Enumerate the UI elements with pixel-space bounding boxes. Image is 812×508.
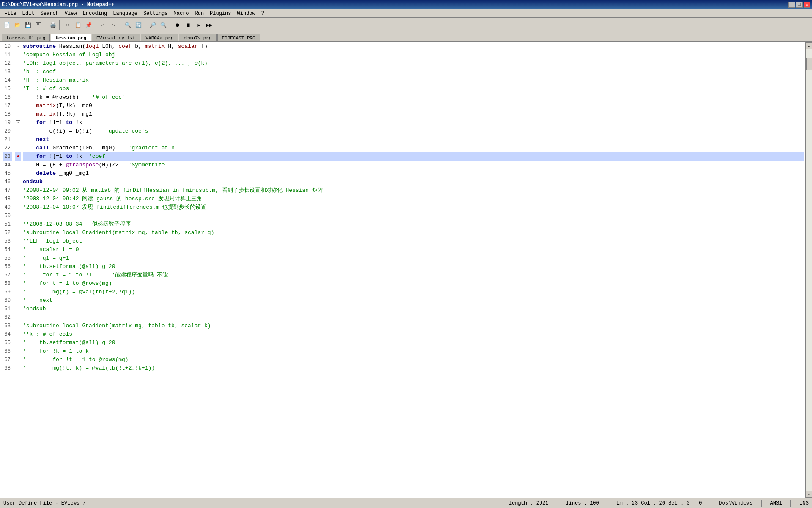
token-comment: 'b : coef — [23, 68, 56, 76]
record-button[interactable]: ⏺ — [173, 20, 183, 30]
save-all-button[interactable] — [33, 20, 44, 30]
open-button[interactable]: 📂 — [12, 20, 22, 30]
token-comment: 'H : Hessian matrix — [23, 76, 89, 85]
replace-button[interactable]: 🔄 — [133, 20, 143, 30]
toolbar-separator-5 — [145, 20, 146, 30]
code-line-22: call Gradient(L0h, _mg0) 'gradient at b — [23, 144, 804, 152]
code-area[interactable]: subroutine Hessian(logl L0h, coef b, mat… — [21, 42, 805, 498]
title-bar-controls[interactable]: _ □ ✕ — [788, 2, 810, 8]
scroll-up-button[interactable]: ▲ — [806, 42, 812, 49]
stop-button[interactable]: ⏹ — [183, 20, 193, 30]
menu-item-view[interactable]: View — [62, 10, 80, 17]
line-number-19: 19 — [3, 119, 12, 127]
toolbar-separator-2 — [59, 20, 61, 30]
fold-indicator-10[interactable]: - — [15, 42, 21, 51]
line-number-18: 18 — [3, 110, 12, 119]
zoom-in-button[interactable]: 🔎 — [148, 20, 158, 30]
line-number-53: 53 — [3, 237, 12, 246]
token-type: logl — [85, 42, 99, 51]
line-number-59: 59 — [3, 288, 12, 296]
redo-button[interactable]: ↪ — [108, 20, 118, 30]
scroll-thumb[interactable] — [806, 58, 812, 70]
token-comment: 'L0h: logl object, parameters are c(1), … — [23, 59, 208, 68]
close-button[interactable]: ✕ — [804, 2, 810, 8]
code-line-66: ' for !k = 1 to k — [23, 347, 804, 356]
token-kw: for — [36, 152, 46, 161]
find-button[interactable]: 🔍 — [123, 20, 133, 30]
scrollbar[interactable]: ▲ ▼ — [805, 42, 812, 498]
line-number-57: 57 — [3, 271, 12, 279]
code-line-59: ' mg(t) = @val(tb(t+2,!q1)) — [23, 288, 804, 296]
fold-indicator-19[interactable]: - — [15, 119, 21, 127]
code-line-10: subroutine Hessian(logl L0h, coef b, mat… — [23, 42, 804, 51]
token-type: scalar — [178, 42, 198, 51]
paste-button[interactable]: 📌 — [83, 20, 93, 30]
line-number-68: 68 — [3, 364, 12, 373]
token-var: L0h, — [99, 42, 118, 51]
tab-var04a-prg[interactable]: VAR04a.prg — [141, 34, 178, 41]
token-comment: ' tb.setformat(@all) g.20 — [23, 262, 115, 271]
token-comment: 'endsub — [23, 305, 46, 313]
line-number-16: 16 — [3, 93, 12, 102]
token-var: !k = @rows(b) — [23, 93, 92, 102]
code-line-67: ' for !t = 1 to @rows(mg) — [23, 356, 804, 364]
toolbar-separator-4 — [120, 20, 121, 30]
token-comment: ''k : # of cols — [23, 330, 72, 339]
menu-item-run[interactable]: Run — [192, 10, 207, 17]
print-button[interactable]: 🖨️ — [48, 20, 58, 30]
menu-item-plugins[interactable]: Plugins — [207, 10, 233, 17]
new-button[interactable]: 📄 — [2, 20, 12, 30]
fold-indicator-17 — [15, 102, 21, 110]
code-line-65: ' tb.setformat(@all) g.20 — [23, 339, 804, 347]
fold-indicator-51 — [15, 220, 21, 229]
code-line-63: 'subroutine local Gradient(matrix mg, ta… — [23, 322, 804, 330]
save-button[interactable]: 💾 — [23, 20, 33, 30]
play-button[interactable]: ▶ — [194, 20, 204, 30]
code-line-60: ' next — [23, 296, 804, 305]
code-line-57: ' 'for t = 1 to !T '能读程序变量吗 不能 — [23, 271, 804, 279]
token-type: coef — [118, 42, 132, 51]
menu-item-settings[interactable]: Settings — [141, 10, 170, 17]
status-ansi: ANSI — [770, 500, 782, 506]
token-var: !j=1 — [46, 152, 66, 161]
token-comment: '2008-12-04 10:07 发现 finitedifferences.m… — [23, 203, 206, 212]
menu-item-window[interactable]: Window — [235, 10, 258, 17]
fold-indicator-23[interactable]: ● — [15, 152, 21, 161]
code-line-17: matrix(T,!k) _mg0 — [23, 102, 804, 110]
cut-button[interactable]: ✂️ — [62, 20, 72, 30]
token-var: T) — [198, 42, 208, 51]
scroll-down-button[interactable]: ▼ — [806, 491, 812, 498]
tab-forecast01-prg[interactable]: forecast01.prg — [2, 34, 50, 41]
code-line-12: 'L0h: logl object, parameters are c(1), … — [23, 59, 804, 68]
menu-item-language[interactable]: Language — [110, 10, 140, 17]
token-comment: 'gradient at b — [129, 144, 175, 152]
menu-item-macro[interactable]: Macro — [171, 10, 191, 17]
toolbar: 📄 📂 💾 🖨️ ✂️ 📋 📌 ↩ ↪ 🔍 🔄 🔎 🔍 ⏺ ⏹ ▶ ▶▶ — [0, 18, 812, 33]
tab-hessian-prg[interactable]: Hessian.prg — [51, 34, 91, 41]
scroll-track[interactable] — [806, 49, 812, 491]
line-number-62: 62 — [3, 313, 12, 322]
fold-indicator-57 — [15, 271, 21, 279]
run-script-button[interactable]: ▶▶ — [204, 20, 214, 30]
token-var: !i=1 — [46, 119, 66, 127]
menu-item-file[interactable]: File — [2, 10, 19, 17]
line-number-52: 52 — [3, 229, 12, 237]
minimize-button[interactable]: _ — [788, 2, 795, 8]
token-type: matrix — [36, 102, 56, 110]
menu-item-search[interactable]: Search — [38, 10, 61, 17]
code-line-64: ''k : # of cols — [23, 330, 804, 339]
copy-button[interactable]: 📋 — [73, 20, 83, 30]
menu-item-edit[interactable]: Edit — [20, 10, 37, 17]
status-divider-3 — [710, 500, 710, 507]
tab-demo7s-prg[interactable]: demo7s.prg — [179, 34, 216, 41]
menu-item-?[interactable]: ? — [259, 10, 267, 17]
zoom-out-button[interactable]: 🔍 — [158, 20, 168, 30]
tab-eviewsf-ey-txt[interactable]: EViewsf.ey.txt — [92, 34, 140, 41]
status-position: Ln : 23 Col : 26 Sel : 0 | 0 — [617, 500, 702, 506]
tab-forecast-prg[interactable]: FORECAST.PRG — [217, 34, 260, 41]
status-length: length : 2921 — [509, 500, 549, 506]
undo-button[interactable]: ↩ — [98, 20, 108, 30]
menu-item-encoding[interactable]: Encoding — [80, 10, 110, 17]
fold-indicator-67 — [15, 356, 21, 364]
maximize-button[interactable]: □ — [796, 2, 803, 8]
